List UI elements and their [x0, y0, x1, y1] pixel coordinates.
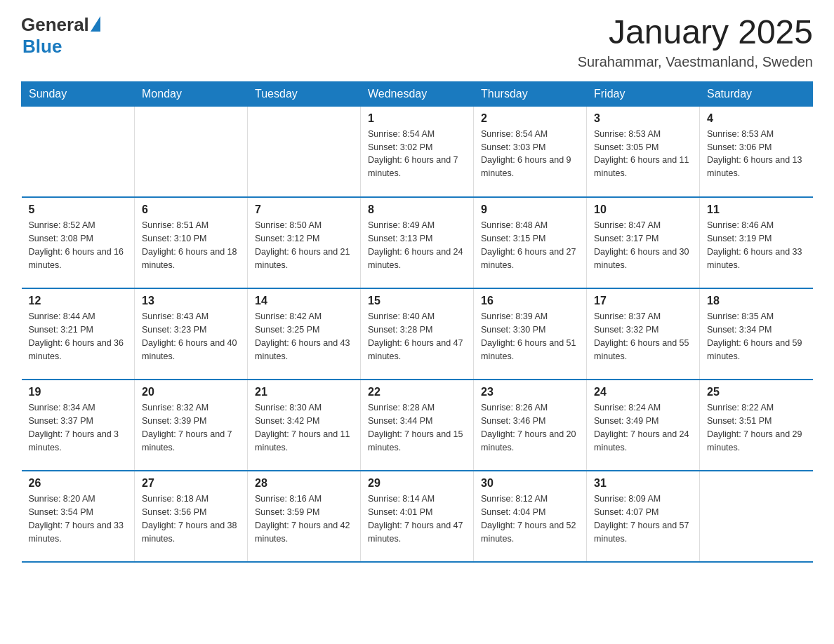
day-info: Sunrise: 8:54 AM Sunset: 3:03 PM Dayligh…: [481, 128, 579, 180]
day-cell: 23Sunrise: 8:26 AM Sunset: 3:46 PM Dayli…: [474, 380, 587, 471]
day-number: 9: [481, 203, 579, 216]
day-number: 3: [594, 112, 692, 125]
day-info: Sunrise: 8:44 AM Sunset: 3:21 PM Dayligh…: [29, 310, 128, 363]
day-number: 17: [594, 295, 692, 307]
day-cell: 8Sunrise: 8:49 AM Sunset: 3:13 PM Daylig…: [361, 197, 474, 288]
day-number: 20: [142, 386, 240, 398]
day-info: Sunrise: 8:46 AM Sunset: 3:19 PM Dayligh…: [707, 219, 806, 271]
day-info: Sunrise: 8:32 AM Sunset: 3:39 PM Dayligh…: [142, 401, 240, 454]
day-number: 6: [142, 203, 240, 216]
day-number: 2: [481, 112, 579, 125]
day-info: Sunrise: 8:40 AM Sunset: 3:28 PM Dayligh…: [368, 310, 466, 363]
day-cell: 16Sunrise: 8:39 AM Sunset: 3:30 PM Dayli…: [474, 288, 587, 380]
logo: General Blue: [21, 14, 100, 58]
day-info: Sunrise: 8:42 AM Sunset: 3:25 PM Dayligh…: [255, 310, 353, 363]
day-number: 30: [481, 477, 579, 490]
header-friday: Friday: [587, 81, 700, 106]
day-info: Sunrise: 8:09 AM Sunset: 4:07 PM Dayligh…: [594, 492, 692, 545]
week-row-5: 26Sunrise: 8:20 AM Sunset: 3:54 PM Dayli…: [22, 471, 813, 562]
day-info: Sunrise: 8:16 AM Sunset: 3:59 PM Dayligh…: [255, 492, 353, 545]
day-cell: 13Sunrise: 8:43 AM Sunset: 3:23 PM Dayli…: [135, 288, 248, 380]
day-info: Sunrise: 8:22 AM Sunset: 3:51 PM Dayligh…: [707, 401, 806, 454]
day-number: 28: [255, 477, 353, 490]
title-block: January 2025 Surahammar, Vaestmanland, S…: [578, 14, 813, 70]
day-cell: [135, 106, 248, 197]
day-info: Sunrise: 8:39 AM Sunset: 3:30 PM Dayligh…: [481, 310, 579, 363]
day-info: Sunrise: 8:18 AM Sunset: 3:56 PM Dayligh…: [142, 492, 240, 545]
logo-general-text: General: [21, 14, 89, 36]
day-cell: 17Sunrise: 8:37 AM Sunset: 3:32 PM Dayli…: [587, 288, 700, 380]
day-cell: 3Sunrise: 8:53 AM Sunset: 3:05 PM Daylig…: [587, 106, 700, 197]
header-thursday: Thursday: [474, 81, 587, 106]
day-number: 7: [255, 203, 353, 216]
day-info: Sunrise: 8:12 AM Sunset: 4:04 PM Dayligh…: [481, 492, 579, 545]
logo-blue-text: Blue: [22, 36, 62, 58]
day-cell: 22Sunrise: 8:28 AM Sunset: 3:44 PM Dayli…: [361, 380, 474, 471]
day-info: Sunrise: 8:54 AM Sunset: 3:02 PM Dayligh…: [368, 128, 466, 180]
day-info: Sunrise: 8:37 AM Sunset: 3:32 PM Dayligh…: [594, 310, 692, 363]
day-info: Sunrise: 8:14 AM Sunset: 4:01 PM Dayligh…: [368, 492, 466, 545]
day-number: 8: [368, 203, 466, 216]
logo-triangle-icon: [91, 16, 100, 32]
week-row-2: 5Sunrise: 8:52 AM Sunset: 3:08 PM Daylig…: [22, 197, 813, 288]
day-number: 1: [368, 112, 466, 125]
calendar-table: SundayMondayTuesdayWednesdayThursdayFrid…: [21, 81, 813, 563]
day-number: 5: [29, 203, 128, 216]
day-number: 14: [255, 295, 353, 307]
day-info: Sunrise: 8:34 AM Sunset: 3:37 PM Dayligh…: [29, 401, 128, 454]
location-title: Surahammar, Vaestmanland, Sweden: [578, 54, 813, 70]
day-cell: 19Sunrise: 8:34 AM Sunset: 3:37 PM Dayli…: [22, 380, 135, 471]
day-number: 22: [368, 386, 466, 398]
day-number: 11: [707, 203, 806, 216]
calendar-header-row: SundayMondayTuesdayWednesdayThursdayFrid…: [22, 81, 813, 106]
week-row-1: 1Sunrise: 8:54 AM Sunset: 3:02 PM Daylig…: [22, 106, 813, 197]
day-cell: [22, 106, 135, 197]
day-cell: 27Sunrise: 8:18 AM Sunset: 3:56 PM Dayli…: [135, 471, 248, 562]
day-number: 25: [707, 386, 806, 398]
day-cell: 21Sunrise: 8:30 AM Sunset: 3:42 PM Dayli…: [248, 380, 361, 471]
day-number: 12: [29, 295, 128, 307]
day-cell: 31Sunrise: 8:09 AM Sunset: 4:07 PM Dayli…: [587, 471, 700, 562]
day-info: Sunrise: 8:53 AM Sunset: 3:05 PM Dayligh…: [594, 128, 692, 180]
month-title: January 2025: [578, 14, 813, 51]
day-cell: 14Sunrise: 8:42 AM Sunset: 3:25 PM Dayli…: [248, 288, 361, 380]
day-cell: 11Sunrise: 8:46 AM Sunset: 3:19 PM Dayli…: [700, 197, 813, 288]
week-row-3: 12Sunrise: 8:44 AM Sunset: 3:21 PM Dayli…: [22, 288, 813, 380]
header-wednesday: Wednesday: [361, 81, 474, 106]
day-cell: 12Sunrise: 8:44 AM Sunset: 3:21 PM Dayli…: [22, 288, 135, 380]
day-number: 10: [594, 203, 692, 216]
day-cell: 20Sunrise: 8:32 AM Sunset: 3:39 PM Dayli…: [135, 380, 248, 471]
day-info: Sunrise: 8:51 AM Sunset: 3:10 PM Dayligh…: [142, 219, 240, 271]
day-info: Sunrise: 8:50 AM Sunset: 3:12 PM Dayligh…: [255, 219, 353, 271]
day-cell: 28Sunrise: 8:16 AM Sunset: 3:59 PM Dayli…: [248, 471, 361, 562]
day-number: 24: [594, 386, 692, 398]
day-number: 4: [707, 112, 806, 125]
header-tuesday: Tuesday: [248, 81, 361, 106]
day-number: 31: [594, 477, 692, 490]
day-cell: [248, 106, 361, 197]
day-cell: 30Sunrise: 8:12 AM Sunset: 4:04 PM Dayli…: [474, 471, 587, 562]
day-number: 26: [29, 477, 128, 490]
header-monday: Monday: [135, 81, 248, 106]
header-sunday: Sunday: [22, 81, 135, 106]
day-number: 19: [29, 386, 128, 398]
day-number: 15: [368, 295, 466, 307]
day-info: Sunrise: 8:30 AM Sunset: 3:42 PM Dayligh…: [255, 401, 353, 454]
page-header: General Blue January 2025 Surahammar, Va…: [21, 14, 813, 70]
day-info: Sunrise: 8:43 AM Sunset: 3:23 PM Dayligh…: [142, 310, 240, 363]
day-number: 13: [142, 295, 240, 307]
day-number: 16: [481, 295, 579, 307]
day-cell: 24Sunrise: 8:24 AM Sunset: 3:49 PM Dayli…: [587, 380, 700, 471]
day-cell: 9Sunrise: 8:48 AM Sunset: 3:15 PM Daylig…: [474, 197, 587, 288]
day-info: Sunrise: 8:35 AM Sunset: 3:34 PM Dayligh…: [707, 310, 806, 363]
day-info: Sunrise: 8:20 AM Sunset: 3:54 PM Dayligh…: [29, 492, 128, 545]
day-cell: [700, 471, 813, 562]
day-cell: 1Sunrise: 8:54 AM Sunset: 3:02 PM Daylig…: [361, 106, 474, 197]
day-cell: 29Sunrise: 8:14 AM Sunset: 4:01 PM Dayli…: [361, 471, 474, 562]
day-cell: 25Sunrise: 8:22 AM Sunset: 3:51 PM Dayli…: [700, 380, 813, 471]
day-cell: 18Sunrise: 8:35 AM Sunset: 3:34 PM Dayli…: [700, 288, 813, 380]
day-cell: 2Sunrise: 8:54 AM Sunset: 3:03 PM Daylig…: [474, 106, 587, 197]
day-info: Sunrise: 8:53 AM Sunset: 3:06 PM Dayligh…: [707, 128, 806, 180]
day-number: 18: [707, 295, 806, 307]
day-cell: 10Sunrise: 8:47 AM Sunset: 3:17 PM Dayli…: [587, 197, 700, 288]
